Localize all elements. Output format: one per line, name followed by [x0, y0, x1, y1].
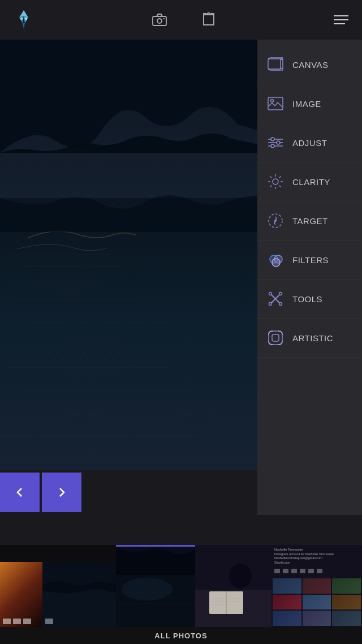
nav-center-icons	[152, 12, 216, 27]
canvas-label: CANVAS	[292, 60, 329, 70]
svg-line-46	[279, 186, 281, 187]
sidebar-item-clarity[interactable]: CLARITY	[257, 162, 362, 201]
photo-thumb-5[interactable]: Nashville Tennessee Instagram account fo…	[272, 545, 362, 627]
mini-thumb-9[interactable]	[332, 611, 361, 626]
mini-thumb-3[interactable]	[332, 578, 361, 594]
svg-point-56	[269, 293, 272, 295]
mini-thumb-4[interactable]	[273, 595, 301, 610]
svg-point-58	[269, 303, 272, 306]
svg-point-38	[277, 141, 280, 144]
svg-rect-61	[272, 334, 279, 341]
clarity-icon	[266, 173, 285, 191]
sidebar-item-image[interactable]: IMAGE	[257, 84, 362, 123]
thumb-photo-grid	[272, 577, 362, 627]
photo-thumb-3[interactable]	[116, 545, 195, 627]
thumb-social-icons	[274, 569, 322, 573]
svg-line-45	[270, 177, 272, 178]
svg-point-64	[122, 578, 173, 600]
svg-point-8	[157, 19, 162, 23]
image-icon	[266, 95, 285, 113]
photo-thumb-4[interactable]	[195, 545, 272, 627]
app-logo[interactable]	[11, 7, 36, 32]
right-sidebar: CANVAS IMAGE	[257, 40, 362, 515]
canvas-image	[0, 40, 257, 515]
all-photos-label: ALL PHOTOS	[154, 632, 207, 640]
camera-button[interactable]	[152, 12, 167, 27]
sidebar-item-filters[interactable]: FILTERS	[257, 241, 362, 280]
svg-line-48	[279, 177, 281, 178]
menu-icon	[334, 15, 348, 24]
artistic-icon	[266, 329, 285, 347]
svg-rect-15	[0, 198, 257, 470]
sidebar-item-tools[interactable]: TOOLS	[257, 280, 362, 319]
target-icon	[266, 212, 285, 230]
svg-point-53	[272, 259, 280, 267]
photo-thumb-1[interactable]	[0, 562, 42, 627]
top-navigation	[0, 0, 362, 40]
mini-thumb-8[interactable]	[303, 611, 331, 626]
bottom-navigation	[0, 470, 257, 515]
image-label: IMAGE	[292, 99, 321, 109]
svg-line-47	[270, 186, 272, 187]
forward-button[interactable]	[42, 473, 81, 512]
back-button[interactable]	[0, 473, 40, 512]
adjust-icon	[266, 134, 285, 152]
sidebar-item-adjust[interactable]: ADJUST	[257, 123, 362, 162]
mini-thumb-6[interactable]	[332, 595, 361, 610]
adjust-label: ADJUST	[292, 138, 327, 148]
svg-rect-10	[204, 15, 214, 25]
sidebar-item-artistic[interactable]: ARTISTIC	[257, 319, 362, 358]
svg-point-59	[279, 303, 282, 306]
svg-point-6	[25, 18, 27, 20]
thumb-icon-1	[3, 619, 11, 624]
canvas-icon	[266, 55, 285, 74]
svg-rect-32	[268, 97, 283, 110]
sidebar-item-canvas[interactable]: CANVAS	[257, 45, 362, 84]
svg-point-70	[229, 564, 252, 589]
thumb-icon-bar	[45, 619, 53, 624]
photo-strip: Nashville Tennessee Instagram account fo…	[0, 545, 362, 627]
thumb-icon-2	[13, 619, 21, 624]
mini-thumb-7[interactable]	[273, 611, 301, 626]
svg-point-37	[271, 138, 274, 141]
menu-button[interactable]	[331, 13, 351, 27]
tools-icon	[266, 290, 285, 308]
svg-point-39	[271, 144, 274, 148]
all-photos-bar[interactable]: ALL PHOTOS	[0, 627, 362, 644]
svg-point-50	[274, 220, 277, 222]
svg-point-40	[273, 179, 278, 184]
thumb-icon-3	[23, 619, 31, 624]
thumb-text-overlay: Nashville Tennessee Instagram account fo…	[274, 548, 334, 565]
target-label: TARGET	[292, 216, 328, 226]
svg-point-5	[20, 18, 23, 20]
clarity-label: CLARITY	[292, 177, 330, 187]
mini-thumb-1[interactable]	[273, 578, 301, 594]
mini-thumb-5[interactable]	[303, 595, 331, 610]
svg-rect-60	[269, 331, 282, 345]
image-canvas[interactable]	[0, 40, 257, 515]
photo-thumb-2[interactable]	[42, 562, 116, 627]
svg-point-9	[163, 18, 165, 19]
svg-point-57	[279, 293, 282, 295]
sidebar-item-target[interactable]: TARGET	[257, 201, 362, 241]
drag-indicator	[0, 486, 14, 488]
svg-rect-26	[268, 59, 281, 69]
filters-icon	[266, 251, 285, 269]
main-editing-area: CANVAS IMAGE	[0, 40, 362, 515]
svg-rect-7	[153, 16, 166, 25]
export-button[interactable]	[201, 12, 216, 27]
artistic-label: ARTISTIC	[292, 333, 333, 343]
filters-label: FILTERS	[292, 255, 329, 265]
svg-point-33	[271, 100, 274, 102]
mini-thumb-2[interactable]	[303, 578, 331, 594]
tools-label: TOOLS	[292, 294, 322, 304]
